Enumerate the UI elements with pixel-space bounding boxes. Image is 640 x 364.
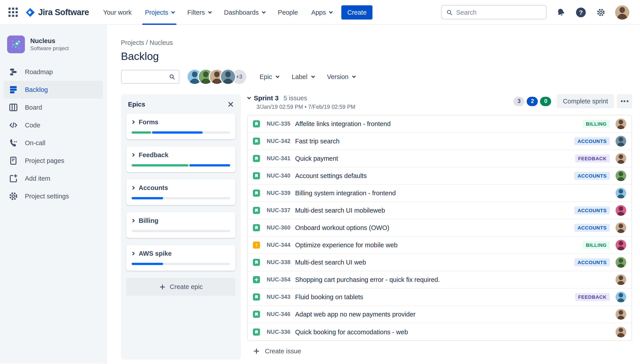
assignee-avatar[interactable]	[615, 240, 626, 250]
assignee-avatar[interactable]	[615, 188, 626, 198]
sidebar-item-backlog[interactable]: Backlog	[4, 81, 103, 98]
issue-row[interactable]: NUC-335 Affelite links integration - fro…	[248, 116, 631, 133]
assignee-avatar[interactable]	[615, 326, 626, 337]
global-search-input[interactable]	[456, 9, 541, 16]
issue-summary: Billing system integration - frontend	[295, 190, 396, 197]
sidebar-item-roadmap[interactable]: Roadmap	[4, 63, 103, 81]
issue-key: NUC-335	[267, 121, 295, 127]
issue-summary: Multi-dest search UI web	[295, 259, 366, 266]
chevron-right-icon	[131, 252, 135, 256]
issue-row[interactable]: NUC-338 Multi-dest search UI web ACCOUNT…	[248, 254, 631, 271]
filter-dropdown-epic[interactable]: Epic	[260, 73, 278, 80]
sprint-collapse-toggle[interactable]: Sprint 3 5 issues	[247, 94, 355, 102]
issue-type-story-icon	[253, 155, 260, 162]
chevron-down-icon	[247, 96, 251, 99]
settings-gear-icon[interactable]	[595, 6, 607, 18]
issue-key: NUC-339	[267, 190, 295, 196]
notifications-bell-icon[interactable]	[555, 6, 567, 18]
chevron-down-icon	[329, 10, 333, 14]
dropdown-label: Epic	[260, 73, 272, 80]
issue-summary: Shopping cart purchasing error - quick f…	[295, 276, 440, 283]
assignee-avatar[interactable]	[615, 205, 626, 216]
sidebar-item-on-call[interactable]: On-call	[4, 134, 103, 152]
backlog-search[interactable]	[121, 70, 179, 84]
dropdown-label: Version	[327, 73, 348, 80]
assignee-avatar[interactable]	[615, 153, 626, 164]
epic-card[interactable]: Feedback	[126, 146, 236, 172]
chevron-down-icon	[208, 10, 212, 14]
create-button[interactable]: Create	[342, 5, 372, 19]
nav-item-label: Projects	[145, 9, 168, 16]
user-avatar[interactable]	[615, 5, 629, 19]
issue-row[interactable]: NUC-336 Quick booking for accomodations …	[248, 323, 631, 340]
issue-label-chip: ACCOUNTS	[574, 172, 610, 180]
nav-item-your-work[interactable]: Your work	[103, 0, 132, 25]
filter-avatar-4[interactable]	[221, 70, 235, 84]
filter-dropdown-label[interactable]: Label	[292, 73, 314, 80]
issue-row[interactable]: NUC-343 Fluid booking on tablets FEEDBAC…	[248, 288, 631, 306]
issue-summary: Quick booking for accomodations - web	[295, 328, 408, 335]
create-issue-button[interactable]: Create issue	[247, 348, 632, 355]
logo-text: Jira Software	[38, 7, 89, 17]
issue-row[interactable]: NUC-346 Adapt web app no new payments pr…	[248, 306, 631, 323]
issue-row[interactable]: NUC-342 Fast trip search ACCOUNTS	[248, 133, 631, 150]
epic-card[interactable]: Billing	[126, 212, 236, 238]
assignee-avatar[interactable]	[615, 257, 626, 268]
sidebar-item-label: Project settings	[25, 193, 69, 200]
epic-card[interactable]: AWS spike	[126, 245, 236, 271]
issue-label-chip: ACCOUNTS	[574, 206, 610, 214]
issue-row[interactable]: NUC-339 Billing system integration - fro…	[248, 185, 631, 202]
nav-item-apps[interactable]: Apps	[311, 0, 332, 25]
issue-row[interactable]: NUC-341 Quick payment FEEDBACK	[248, 150, 631, 167]
sidebar-item-code[interactable]: Code	[4, 116, 103, 134]
roadmap-icon	[8, 66, 19, 77]
issue-row[interactable]: NUC-354 Shopping cart purchasing error -…	[248, 271, 631, 288]
issue-label-chip: BILLING	[583, 241, 610, 249]
backlog-search-input[interactable]	[125, 73, 169, 80]
issue-row[interactable]: NUC-337 Multi-dest search UI mobileweb A…	[248, 202, 631, 219]
nav-item-filters[interactable]: Filters	[187, 0, 211, 25]
assignee-avatar[interactable]	[615, 136, 626, 146]
progress-done-segment	[132, 164, 188, 166]
complete-sprint-button[interactable]: Complete sprint	[557, 94, 614, 108]
jira-logo[interactable]: Jira Software	[25, 7, 89, 18]
issue-row[interactable]: NUC-340 Account settings defaults ACCOUN…	[248, 167, 631, 185]
assignee-avatar[interactable]	[615, 118, 626, 129]
nav-item-dashboards[interactable]: Dashboards	[224, 0, 265, 25]
nav-item-projects[interactable]: Projects	[145, 0, 174, 25]
issue-type-incident-icon	[253, 242, 260, 248]
issue-row[interactable]: NUC-360 Onboard workout options (OWO) AC…	[248, 219, 631, 236]
app-switcher-icon[interactable]	[7, 6, 19, 18]
nav-item-people[interactable]: People	[278, 0, 298, 25]
create-epic-button[interactable]: Create epic	[126, 278, 236, 296]
global-search[interactable]	[441, 5, 547, 20]
issue-row[interactable]: NUC-344 Optimize experience for mobile w…	[248, 236, 631, 254]
filter-dropdown-version[interactable]: Version	[327, 73, 355, 80]
issue-summary: Fluid booking on tablets	[295, 294, 363, 300]
breadcrumb-projects[interactable]: Projects	[121, 39, 144, 46]
filter-bar: +3 EpicLabelVersion	[121, 70, 632, 84]
assignee-avatar[interactable]	[615, 274, 626, 285]
assignee-avatar[interactable]	[615, 309, 626, 320]
assignee-avatar[interactable]	[615, 292, 626, 302]
add-item-icon	[8, 173, 19, 184]
sidebar-item-project-settings[interactable]: Project settings	[4, 187, 103, 205]
epic-progress-bar	[132, 132, 230, 134]
assignee-avatar[interactable]	[615, 170, 626, 181]
project-header[interactable]: Nucleus Software project	[4, 34, 103, 63]
close-icon[interactable]	[227, 100, 235, 108]
issue-label-chip: FEEDBACK	[575, 293, 610, 301]
epic-card[interactable]: Forms	[126, 114, 236, 140]
sidebar-item-add-item[interactable]: Add item	[4, 170, 103, 187]
sprint-date-range: 3/Jan/19 02:59 PM • 7/Feb/19 02:59 PM	[257, 104, 355, 110]
sidebar-item-board[interactable]: Board	[4, 98, 103, 116]
sidebar-item-project-pages[interactable]: Project pages	[4, 152, 103, 170]
chevron-right-icon	[131, 153, 135, 157]
assignee-avatar[interactable]	[615, 222, 626, 233]
epic-card[interactable]: Accounts	[126, 179, 236, 205]
breadcrumb-nucleus[interactable]: Nucleus	[150, 39, 173, 46]
help-icon[interactable]	[575, 6, 587, 18]
chevron-right-icon	[131, 120, 135, 124]
sprint-more-actions-button[interactable]	[617, 94, 632, 108]
issue-key: NUC-342	[267, 138, 295, 144]
